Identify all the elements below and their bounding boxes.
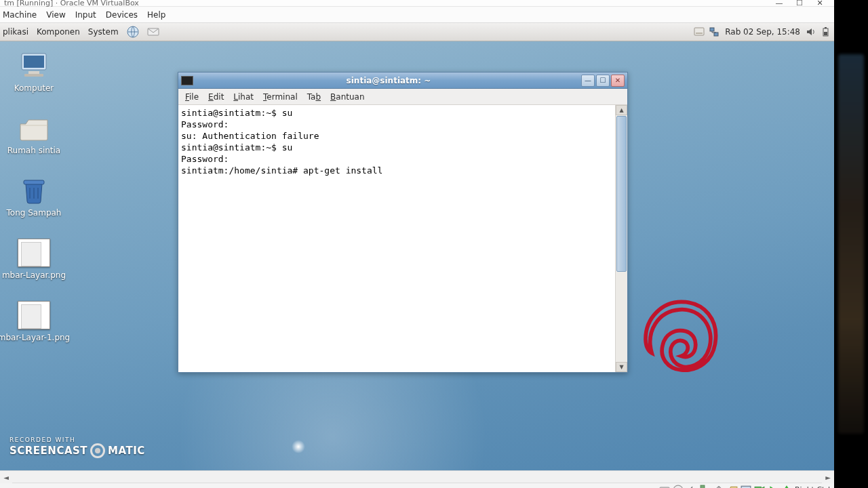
svg-rect-10	[24, 56, 44, 68]
host-maximize-button[interactable]: ☐	[789, 0, 810, 7]
status-usb-icon[interactable]	[713, 485, 724, 489]
watermark-ring-icon	[90, 443, 105, 458]
host-close-button[interactable]: ✕	[810, 0, 830, 7]
panel-menu-system[interactable]: System	[88, 27, 119, 37]
svg-rect-4	[710, 28, 714, 31]
update-tray-icon[interactable]	[694, 26, 705, 37]
status-net-icon[interactable]	[700, 485, 711, 489]
status-hostkey-icon[interactable]	[781, 485, 792, 489]
panel-menu-aplikasi[interactable]: plikasi	[3, 27, 28, 37]
window-minimize-button[interactable]: —	[581, 75, 595, 87]
mail-launcher-icon[interactable]	[147, 26, 159, 38]
svg-rect-12	[24, 74, 43, 77]
virtualbox-statusbar: Right Ctrl	[0, 483, 834, 488]
desktop-icon-screenshot-1[interactable]: mbar-Layar.png	[0, 238, 68, 280]
image-thumb-icon	[18, 300, 50, 330]
host-title: tm [Running] · Oracle VM VirtualBox	[4, 0, 769, 7]
host-titlebar: tm [Running] · Oracle VM VirtualBox — ☐ …	[0, 0, 834, 7]
watermark-brand-b: MATIC	[108, 445, 145, 457]
host-menubar: Machine View Input Devices Help	[0, 7, 834, 23]
svg-rect-3	[696, 33, 703, 34]
volume-tray-icon[interactable]	[806, 26, 816, 37]
svg-rect-2	[694, 28, 704, 35]
svg-point-16	[673, 485, 683, 488]
scroll-up-button[interactable]: ▲	[616, 105, 627, 115]
terminal-titlebar-icon	[181, 76, 193, 85]
status-cd-icon[interactable]	[673, 485, 684, 489]
right-obscured-strip	[834, 0, 868, 488]
status-audio-icon[interactable]	[686, 485, 697, 489]
network-tray-icon[interactable]	[709, 26, 719, 37]
terminal-titlebar[interactable]: sintia@sintiatm: ~ — ☐ ✕	[178, 73, 627, 89]
desktop-label: Komputer	[14, 83, 54, 93]
vm-viewport: plikasi Komponen System Rab 02 Sep, 15:4…	[0, 23, 834, 470]
terminal-menu-edit[interactable]: Edit	[208, 92, 224, 102]
terminal-menu-terminal[interactable]: Terminal	[263, 92, 298, 102]
panel-menu-komponen[interactable]: Komponen	[37, 27, 80, 37]
terminal-window: sintia@sintiatm: ~ — ☐ ✕ File Edit Lihat…	[178, 72, 628, 373]
browser-launcher-icon[interactable]	[127, 26, 139, 38]
host-minimize-button[interactable]: —	[769, 0, 789, 7]
hscroll-left-button[interactable]: ◄	[0, 471, 12, 483]
terminal-output[interactable]: sintia@sintiatm:~$ su Password: su: Auth…	[178, 105, 615, 372]
host-menu-input[interactable]: Input	[75, 10, 96, 20]
desktop[interactable]: Komputer Rumah sintia Tong Sampah mbar-L…	[0, 41, 834, 470]
terminal-menu-tab[interactable]: Tab	[307, 92, 321, 102]
host-menu-machine[interactable]: Machine	[3, 10, 37, 20]
desktop-icon-screenshot-2[interactable]: mbar-Layar-1.png	[0, 300, 68, 342]
host-menu-help[interactable]: Help	[147, 10, 165, 20]
terminal-menu-file[interactable]: File	[185, 92, 199, 102]
terminal-menu-bantuan[interactable]: Bantuan	[330, 92, 364, 102]
status-shared-icon[interactable]	[727, 485, 738, 489]
desktop-icon-komputer[interactable]: Komputer	[0, 51, 68, 93]
wallpaper-glow	[292, 440, 305, 453]
terminal-menubar: File Edit Lihat Terminal Tab Bantuan	[178, 89, 627, 105]
desktop-label: Rumah sintia	[7, 146, 60, 155]
terminal-menu-lihat[interactable]: Lihat	[233, 92, 254, 102]
watermark-small: RECORDED WITH	[9, 436, 145, 443]
desktop-icon-trash[interactable]: Tong Sampah	[0, 176, 68, 218]
desktop-label: mbar-Layar.png	[2, 270, 66, 280]
trash-icon	[18, 176, 50, 205]
desktop-icon-home[interactable]: Rumah sintia	[0, 113, 68, 155]
computer-icon	[18, 51, 50, 81]
host-horizontal-scrollbar[interactable]: ◄ ►	[0, 470, 834, 483]
hscroll-right-button[interactable]: ►	[822, 471, 834, 483]
svg-rect-11	[28, 71, 39, 74]
svg-rect-5	[714, 33, 718, 36]
window-close-button[interactable]: ✕	[611, 75, 625, 87]
svg-rect-7	[825, 27, 827, 28]
terminal-scrollbar[interactable]: ▲ ▼	[615, 105, 627, 372]
home-folder-icon	[18, 113, 50, 143]
host-menu-view[interactable]: View	[46, 10, 65, 20]
svg-rect-13	[24, 180, 44, 184]
panel-clock[interactable]: Rab 02 Sep, 15:48	[724, 27, 802, 37]
image-thumb-icon	[18, 238, 50, 268]
status-hostkey-label: Right Ctrl	[795, 485, 830, 488]
status-display-icon[interactable]	[741, 485, 751, 489]
scroll-down-button[interactable]: ▼	[616, 362, 627, 372]
svg-rect-8	[824, 32, 827, 35]
gnome-top-panel: plikasi Komponen System Rab 02 Sep, 15:4…	[0, 23, 834, 41]
status-mouse-icon[interactable]	[768, 485, 778, 489]
window-maximize-button[interactable]: ☐	[596, 75, 610, 87]
debian-logo	[631, 294, 726, 403]
watermark-brand-a: SCREENCAST	[9, 445, 87, 457]
recorder-watermark: RECORDED WITH SCREENCAST MATIC	[9, 436, 145, 458]
status-hdd-icon[interactable]	[659, 485, 670, 489]
desktop-label: mbar-Layar-1.png	[0, 333, 70, 342]
desktop-icon-column: Komputer Rumah sintia Tong Sampah mbar-L…	[0, 51, 68, 342]
desktop-label: Tong Sampah	[7, 208, 62, 218]
terminal-title: sintia@sintiatm: ~	[197, 76, 580, 85]
scroll-thumb[interactable]	[616, 116, 627, 272]
host-menu-devices[interactable]: Devices	[106, 10, 138, 20]
battery-tray-icon[interactable]	[821, 26, 831, 37]
system-tray: Rab 02 Sep, 15:48	[694, 26, 831, 37]
status-record-icon[interactable]	[754, 485, 765, 489]
svg-rect-18	[701, 485, 705, 488]
